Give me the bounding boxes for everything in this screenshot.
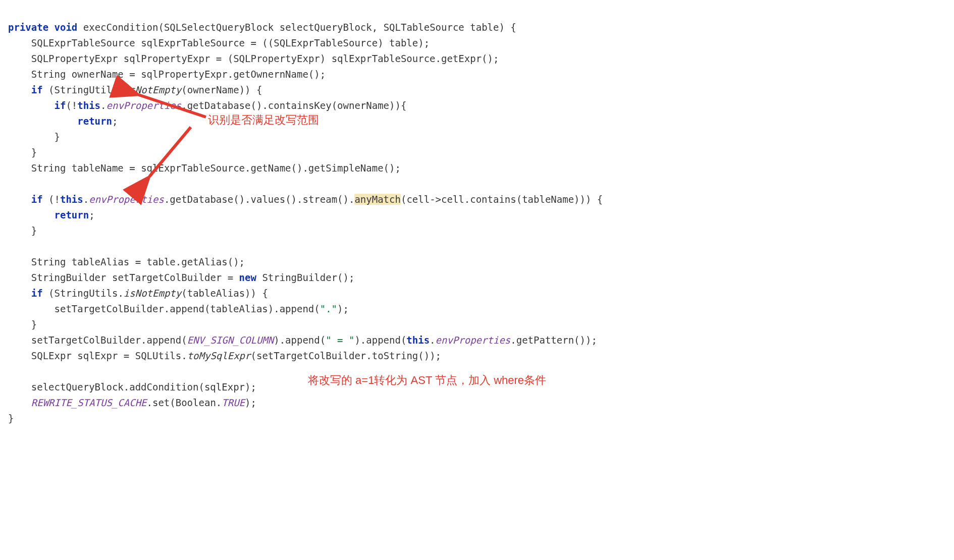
code-line: } [8,319,37,330]
code-line: setTargetColBuilder.append(ENV_SIGN_COLU… [8,334,597,346]
code-line: StringBuilder setTargetColBuilder = new … [8,272,354,283]
code-line: } [8,413,14,424]
code-line: String ownerName = sqlPropertyExpr.getOw… [8,69,326,80]
code-line: private void execCondition(SQLSelectQuer… [8,22,516,33]
code-line: return; [8,116,118,127]
code-line: selectQueryBlock.addCondition(sqlExpr); [8,381,256,393]
code-line: if (!this.envProperties.getDatabase().va… [8,194,603,205]
code-line: if (StringUtils.isNotEmpty(tableAlias)) … [8,288,268,299]
code-line: if (StringUtils.isNotEmpty(ownerName)) { [8,84,262,95]
code-line: REWRITE_STATUS_CACHE.set(Boolean.TRUE); [8,397,256,408]
code-line: } [8,131,60,142]
code-line: setTargetColBuilder.append(tableAlias).a… [8,303,349,314]
code-line: SQLExpr sqlExpr = SQLUtils.toMySqlExpr(s… [8,350,441,361]
code-line: SQLExprTableSource sqlExprTableSource = … [8,37,430,48]
code-line: return; [8,209,95,220]
code-line: String tableAlias = table.getAlias(); [8,256,245,267]
code-line: SQLPropertyExpr sqlPropertyExpr = (SQLPr… [8,53,499,64]
code-block: private void execCondition(SQLSelectQuer… [8,4,946,426]
code-line: String tableName = sqlExprTableSource.ge… [8,162,401,174]
code-line: } [8,147,37,158]
code-line: } [8,225,37,236]
code-line: if(!this.envProperties.getDatabase().con… [8,100,406,111]
